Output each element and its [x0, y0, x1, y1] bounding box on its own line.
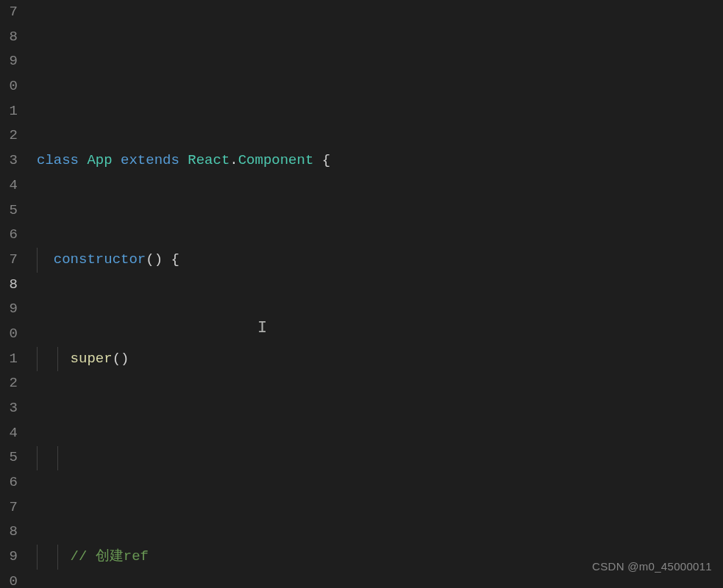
line-number-gutter: 7 8 9 0 1 2 3 4 5 6 7 8 9 0 1 2 3 4 5 6 …	[0, 0, 24, 588]
line-number-active: 8	[0, 273, 24, 298]
text-cursor-icon: I	[257, 316, 267, 341]
line-number: 4	[0, 421, 24, 446]
line-number: 0	[0, 322, 24, 347]
line-number: 2	[0, 371, 24, 396]
code-line	[37, 446, 723, 471]
line-number: 1	[0, 347, 24, 372]
line-number: 0	[0, 74, 24, 99]
line-number: 6	[0, 223, 24, 248]
line-number: 5	[0, 445, 24, 470]
code-line: constructor() {	[37, 248, 723, 273]
line-number: 8	[0, 520, 24, 545]
line-number: 4	[0, 173, 24, 198]
code-line: class App extends React.Component {	[37, 148, 723, 173]
code-line	[37, 49, 723, 74]
line-number: 7	[0, 0, 24, 25]
line-number: 1	[0, 99, 24, 124]
code-area[interactable]: class App extends React.Component { cons…	[24, 0, 723, 588]
line-number: 2	[0, 123, 24, 148]
line-number: 9	[0, 297, 24, 322]
line-number: 0	[0, 570, 24, 588]
watermark-text: CSDN @m0_45000011	[592, 554, 712, 579]
line-number: 6	[0, 470, 24, 495]
line-number: 7	[0, 495, 24, 520]
line-number: 9	[0, 49, 24, 74]
line-number: 8	[0, 25, 24, 50]
line-number: 3	[0, 396, 24, 421]
line-number: 7	[0, 248, 24, 273]
code-editor[interactable]: 7 8 9 0 1 2 3 4 5 6 7 8 9 0 1 2 3 4 5 6 …	[0, 0, 723, 588]
code-line: super()	[37, 347, 723, 372]
line-number: 9	[0, 545, 24, 570]
line-number: 5	[0, 198, 24, 223]
line-number: 3	[0, 148, 24, 173]
